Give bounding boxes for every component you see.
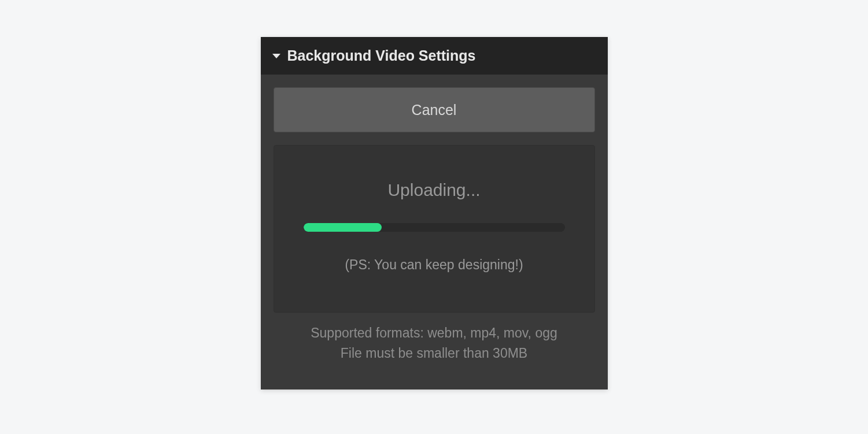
upload-status-text: Uploading... [387, 180, 480, 200]
background-video-settings-panel: Background Video Settings Cancel Uploadi… [261, 37, 608, 390]
collapse-triangle-icon [272, 54, 280, 58]
upload-status-box: Uploading... (PS: You can keep designing… [274, 145, 595, 313]
file-size-limit-text: File must be smaller than 30MB [285, 343, 583, 363]
upload-hint-text: (PS: You can keep designing!) [345, 257, 523, 273]
panel-title: Background Video Settings [287, 47, 476, 64]
cancel-button[interactable]: Cancel [274, 87, 595, 132]
upload-progress-bar [304, 223, 565, 232]
supported-formats-text: Supported formats: webm, mp4, mov, ogg [285, 323, 583, 343]
upload-progress-fill [304, 223, 382, 232]
panel-header[interactable]: Background Video Settings [261, 37, 608, 75]
cancel-button-label: Cancel [412, 102, 457, 118]
panel-body: Cancel Uploading... (PS: You can keep de… [261, 75, 608, 390]
panel-footer: Supported formats: webm, mp4, mov, ogg F… [274, 313, 595, 377]
